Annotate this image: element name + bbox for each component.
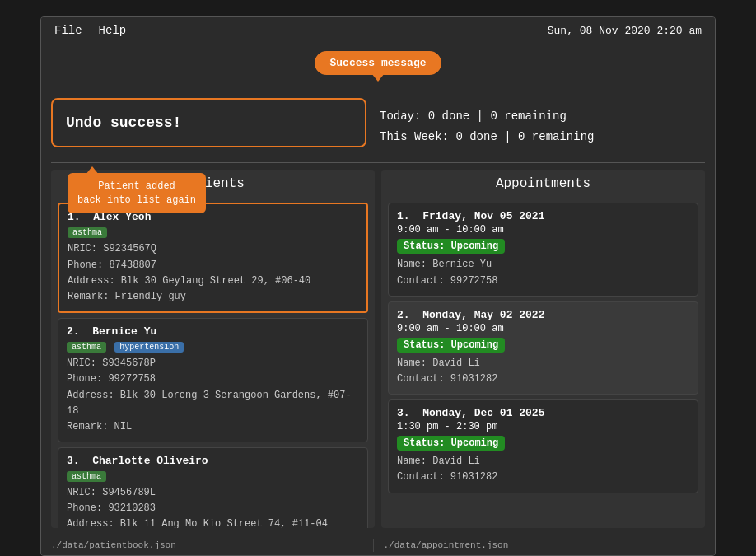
- main-panels: Patients 1. Alex Yeoh asthma NRIC: S9234…: [41, 163, 715, 535]
- appt-detail: Name: Bernice Yu Contact: 99272758: [397, 257, 689, 288]
- app-window: File Help Sun, 08 Nov 2020 2:20 am Succe…: [40, 16, 716, 556]
- appt-title: 2. Monday, May 02 2022: [397, 309, 689, 321]
- patient-added-tooltip: Patient addedback into list again: [68, 173, 206, 214]
- status-badge: Status: Upcoming: [397, 436, 505, 451]
- appointment-card[interactable]: 3. Monday, Dec 01 2025 1:30 pm - 2:30 pm…: [388, 399, 698, 493]
- undo-panel: Undo success! Patient addedback into lis…: [51, 98, 366, 156]
- appt-time: 9:00 am - 10:00 am: [397, 323, 689, 334]
- patient-detail: NRIC: S9345678P Phone: 99272758 Address:…: [67, 356, 359, 435]
- patient-card[interactable]: 1. Alex Yeoh asthma NRIC: S9234567Q Phon…: [58, 203, 368, 313]
- status-badge: Status: Upcoming: [397, 239, 505, 254]
- menu-bar: File Help Sun, 08 Nov 2020 2:20 am: [41, 17, 715, 44]
- appointment-card[interactable]: 1. Friday, Nov 05 2021 9:00 am - 10:00 a…: [388, 203, 698, 296]
- tag-asthma: asthma: [68, 227, 107, 238]
- patient-detail: NRIC: S9456789L Phone: 93210283 Address:…: [67, 485, 359, 528]
- stats-panel: Today: 0 done | 0 remaining This Week: 0…: [370, 98, 705, 156]
- patients-list[interactable]: 1. Alex Yeoh asthma NRIC: S9234567Q Phon…: [51, 198, 375, 528]
- tag-hypertension: hypertension: [114, 342, 184, 353]
- patient-name: 2. Bernice Yu: [67, 325, 359, 338]
- status-badge: Status: Upcoming: [397, 338, 505, 353]
- menu-items: File Help: [54, 24, 126, 37]
- undo-box: Undo success!: [51, 98, 366, 147]
- appointment-card[interactable]: 2. Monday, May 02 2022 9:00 am - 10:00 a…: [388, 301, 698, 395]
- patients-panel: Patients 1. Alex Yeoh asthma NRIC: S9234…: [51, 170, 375, 528]
- patient-card[interactable]: 3. Charlotte Oliveiro asthma NRIC: S9456…: [58, 447, 368, 528]
- patient-detail: NRIC: S9234567Q Phone: 87438807 Address:…: [68, 241, 358, 305]
- today-stats: Today: 0 done | 0 remaining: [380, 106, 695, 127]
- success-banner-area: Success message: [41, 44, 715, 78]
- appt-time: 9:00 am - 10:00 am: [397, 224, 689, 236]
- patient-name: 3. Charlotte Oliveiro: [67, 455, 359, 467]
- appointment-file-path: ./data/appointment.json: [373, 539, 706, 552]
- week-stats: This Week: 0 done | 0 remaining: [380, 127, 695, 147]
- appt-detail: Name: David Li Contact: 91031282: [397, 454, 689, 485]
- appointments-title: Appointments: [381, 170, 705, 198]
- success-bubble: Success message: [315, 51, 441, 75]
- tag-asthma: asthma: [67, 471, 106, 482]
- appointments-list[interactable]: 1. Friday, Nov 05 2021 9:00 am - 10:00 a…: [381, 198, 705, 528]
- patient-file-path: ./data/patientbook.json: [51, 539, 373, 552]
- help-menu[interactable]: Help: [99, 24, 127, 37]
- appt-time: 1:30 pm - 2:30 pm: [397, 421, 689, 432]
- appt-detail: Name: David Li Contact: 91031282: [397, 356, 689, 387]
- tooltip-arrow: [86, 166, 99, 175]
- footer-bar: ./data/patientbook.json ./data/appointme…: [41, 535, 715, 555]
- top-section: Undo success! Patient addedback into lis…: [41, 85, 715, 162]
- appt-title: 1. Friday, Nov 05 2021: [397, 210, 689, 222]
- patient-card[interactable]: 2. Bernice Yu asthma hypertension NRIC: …: [58, 318, 368, 442]
- tag-asthma: asthma: [67, 342, 106, 353]
- file-menu[interactable]: File: [54, 24, 82, 37]
- datetime-display: Sun, 08 Nov 2020 2:20 am: [548, 25, 702, 37]
- success-arrow: [371, 73, 385, 82]
- appt-title: 3. Monday, Dec 01 2025: [397, 407, 689, 419]
- appointments-panel: Appointments 1. Friday, Nov 05 2021 9:00…: [381, 170, 705, 528]
